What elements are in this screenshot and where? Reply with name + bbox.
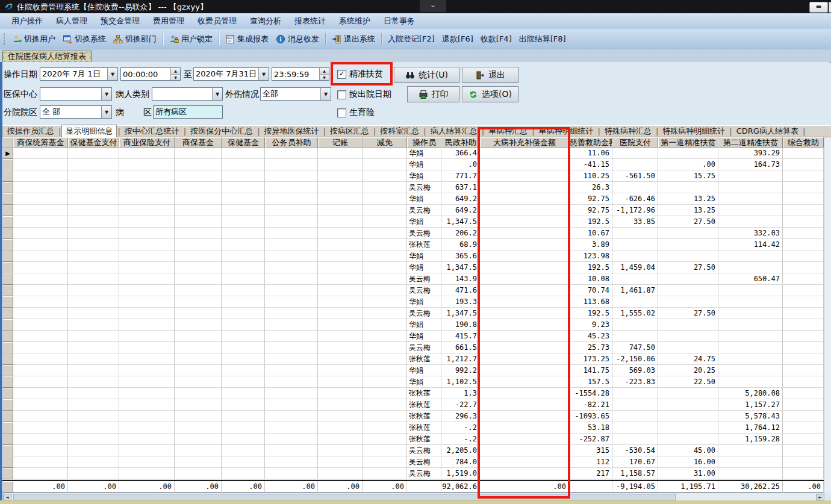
cell[interactable] bbox=[119, 422, 175, 434]
cell[interactable] bbox=[119, 262, 175, 273]
cell[interactable] bbox=[480, 262, 569, 273]
cell[interactable] bbox=[68, 159, 119, 170]
cell[interactable] bbox=[119, 182, 175, 193]
dropdown-arrow-icon[interactable]: ▼ bbox=[212, 88, 222, 100]
cell[interactable] bbox=[718, 376, 783, 388]
cell[interactable] bbox=[265, 148, 318, 159]
cell[interactable]: 141.75 bbox=[569, 365, 612, 376]
cell[interactable] bbox=[318, 250, 363, 262]
cell[interactable]: 471.6 bbox=[441, 285, 480, 296]
cell[interactable] bbox=[612, 296, 658, 308]
cell[interactable] bbox=[783, 319, 824, 331]
cell[interactable] bbox=[222, 239, 265, 250]
cell[interactable]: 24.75 bbox=[658, 353, 718, 365]
row-selector[interactable] bbox=[2, 331, 13, 342]
cell[interactable] bbox=[13, 159, 68, 170]
cell[interactable] bbox=[222, 205, 265, 216]
cell[interactable]: 26.3 bbox=[569, 182, 612, 193]
column-header-5[interactable]: 保健基金 bbox=[222, 137, 265, 148]
cell[interactable]: 1,158.57 bbox=[612, 468, 658, 479]
cell[interactable] bbox=[480, 399, 569, 411]
cell[interactable]: 1,461.87 bbox=[612, 285, 658, 296]
cell[interactable] bbox=[119, 148, 175, 159]
cell[interactable]: -530.54 bbox=[612, 445, 658, 456]
cell[interactable]: 649.2 bbox=[441, 193, 480, 205]
cell[interactable] bbox=[265, 170, 318, 182]
cell[interactable] bbox=[718, 193, 783, 205]
cell[interactable] bbox=[175, 445, 222, 456]
cell[interactable] bbox=[363, 308, 407, 319]
cell[interactable]: -1,172.96 bbox=[612, 205, 658, 216]
cell[interactable] bbox=[13, 205, 68, 216]
toolbar-button-11[interactable]: 出院结算[F8] bbox=[515, 32, 570, 46]
menu-item-5[interactable]: 收费员管理 bbox=[191, 14, 243, 28]
cell[interactable] bbox=[318, 422, 363, 434]
cell[interactable] bbox=[480, 468, 569, 479]
cell[interactable] bbox=[658, 296, 718, 308]
cell[interactable] bbox=[222, 170, 265, 182]
dropdown-arrow-icon[interactable]: ▼ bbox=[101, 88, 111, 100]
column-header-1[interactable]: 商保统筹基金 bbox=[13, 137, 68, 148]
scroll-left-arrow-icon[interactable]: ◄ bbox=[3, 494, 11, 500]
cell[interactable] bbox=[612, 422, 658, 434]
cell[interactable]: 2,205.0 bbox=[441, 445, 480, 456]
cell[interactable] bbox=[783, 205, 824, 216]
cell[interactable] bbox=[363, 319, 407, 331]
cell[interactable] bbox=[175, 216, 222, 228]
cell[interactable] bbox=[783, 296, 824, 308]
column-header-16[interactable]: 综合救助 bbox=[783, 137, 824, 148]
menu-item-2[interactable]: 病人管理 bbox=[49, 14, 94, 28]
cell[interactable] bbox=[783, 239, 824, 250]
column-header-7[interactable]: 记账 bbox=[318, 137, 363, 148]
cell[interactable] bbox=[222, 148, 265, 159]
cell[interactable]: 649.2 bbox=[441, 205, 480, 216]
cell[interactable] bbox=[363, 468, 407, 479]
cell[interactable] bbox=[222, 319, 265, 331]
cell[interactable] bbox=[175, 331, 222, 342]
cell[interactable] bbox=[318, 456, 363, 468]
start-date-combo[interactable]: 2020年 7月 1日 ▼ bbox=[40, 67, 118, 81]
cell[interactable] bbox=[318, 399, 363, 411]
row-selector[interactable] bbox=[2, 228, 13, 239]
cell[interactable] bbox=[13, 411, 68, 422]
horizontal-scrollbar[interactable]: ◄ ► bbox=[2, 493, 825, 501]
cell[interactable] bbox=[480, 319, 569, 331]
cell[interactable]: 华娟 bbox=[407, 296, 441, 308]
cell[interactable] bbox=[318, 319, 363, 331]
cell[interactable] bbox=[612, 388, 658, 399]
cell[interactable]: 45.23 bbox=[569, 331, 612, 342]
cell[interactable] bbox=[363, 250, 407, 262]
cell[interactable]: 569.03 bbox=[612, 365, 658, 376]
cell[interactable] bbox=[318, 411, 363, 422]
cell[interactable] bbox=[658, 422, 718, 434]
cell[interactable] bbox=[119, 319, 175, 331]
cell[interactable]: -626.46 bbox=[612, 193, 658, 205]
ward-field[interactable]: 所有病区 bbox=[153, 105, 223, 119]
cell[interactable]: 张秋莲 bbox=[407, 434, 441, 445]
cell[interactable] bbox=[175, 228, 222, 239]
cell[interactable]: 张秋莲 bbox=[407, 422, 441, 434]
cell[interactable]: 33.85 bbox=[612, 216, 658, 228]
cell[interactable]: 华娟 bbox=[407, 159, 441, 170]
cell[interactable] bbox=[265, 228, 318, 239]
cell[interactable] bbox=[119, 308, 175, 319]
cell[interactable] bbox=[119, 216, 175, 228]
cell[interactable] bbox=[68, 205, 119, 216]
current-row-marker[interactable]: ▶ bbox=[2, 148, 13, 159]
cell[interactable] bbox=[68, 273, 119, 285]
cell[interactable] bbox=[363, 273, 407, 285]
cell[interactable] bbox=[612, 182, 658, 193]
insurance-center-combo[interactable]: ▼ bbox=[40, 87, 112, 101]
cell[interactable] bbox=[363, 182, 407, 193]
cell[interactable] bbox=[175, 308, 222, 319]
cell[interactable] bbox=[658, 228, 718, 239]
cell[interactable] bbox=[783, 228, 824, 239]
cell[interactable] bbox=[783, 434, 824, 445]
cell[interactable] bbox=[480, 445, 569, 456]
cell[interactable] bbox=[222, 422, 265, 434]
cell[interactable] bbox=[718, 342, 783, 353]
cell[interactable] bbox=[68, 399, 119, 411]
cell[interactable] bbox=[265, 468, 318, 479]
row-selector[interactable] bbox=[2, 262, 13, 273]
dropdown-arrow-icon[interactable]: ▼ bbox=[101, 106, 111, 118]
